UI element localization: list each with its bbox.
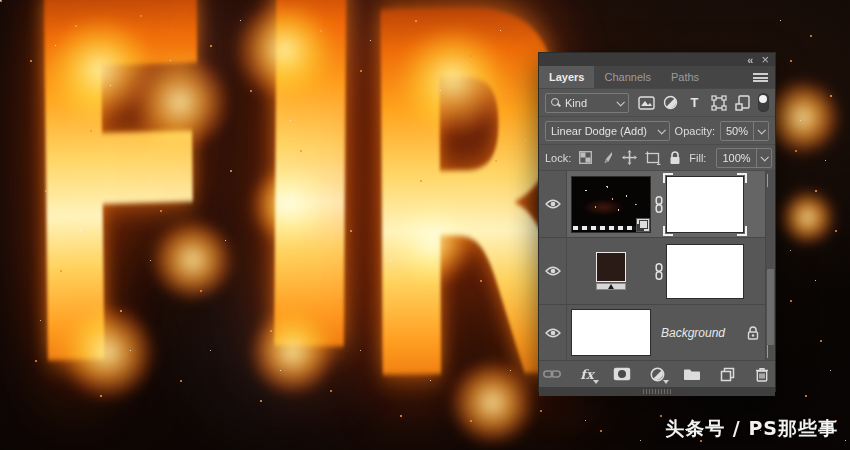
flame-blob xyxy=(250,310,335,395)
flame-blob xyxy=(450,360,535,445)
levels-slider-icon xyxy=(596,283,626,290)
blend-mode-row: Linear Dodge (Add) Opacity: 50% xyxy=(539,117,775,145)
close-icon[interactable]: × xyxy=(761,55,769,65)
lock-position-icon[interactable] xyxy=(622,150,637,166)
scrollbar-thumb[interactable] xyxy=(767,269,774,345)
lock-transparent-pixels-icon[interactable] xyxy=(579,150,592,166)
flame-blob xyxy=(235,0,335,100)
link-layers-icon[interactable] xyxy=(542,365,562,383)
dropdown-triangle-icon xyxy=(663,380,669,384)
flame-blob xyxy=(395,25,510,135)
background-lock-icon xyxy=(747,326,759,340)
mask-link-icon[interactable] xyxy=(651,196,666,213)
filter-shape-layers-icon[interactable] xyxy=(710,94,728,112)
flame-blob xyxy=(60,305,155,400)
filter-kind-dropdown[interactable]: Kind xyxy=(545,93,629,113)
chevron-down-icon xyxy=(760,153,768,161)
filter-type-icons: T xyxy=(635,93,769,112)
lock-artboard-nesting-icon[interactable] xyxy=(645,150,661,166)
fill-value-box[interactable]: 100% xyxy=(716,148,771,168)
tab-paths[interactable]: Paths xyxy=(661,66,709,88)
chevron-down-icon xyxy=(657,126,665,134)
scroll-down-arrow[interactable] xyxy=(767,345,768,357)
filter-kind-label: Kind xyxy=(565,97,612,109)
panel-menu-icon[interactable] xyxy=(753,73,768,82)
filter-smart-objects-icon[interactable] xyxy=(734,94,752,112)
eye-icon xyxy=(545,328,561,338)
visibility-toggle[interactable] xyxy=(539,238,567,304)
flame-blob xyxy=(390,200,475,285)
panel-bottom-bar: fx xyxy=(539,360,775,387)
mask-selection-corner xyxy=(663,226,673,236)
chevron-down-icon xyxy=(616,98,624,106)
panel-resize-grip[interactable] xyxy=(539,387,775,396)
fill-label: Fill: xyxy=(689,152,706,164)
visibility-toggle[interactable] xyxy=(539,171,567,237)
panel-tab-bar: Layers Channels Paths xyxy=(539,66,775,89)
filter-on-off-toggle[interactable] xyxy=(758,93,769,112)
filter-adjustment-layers-icon[interactable] xyxy=(661,94,679,112)
layer-mask-thumbnail-selected[interactable] xyxy=(666,176,744,233)
layer-filter-row: Kind T xyxy=(539,89,775,117)
watermark-text: 头条号 / PS那些事 xyxy=(665,416,838,442)
opacity-value[interactable]: 50% xyxy=(721,125,753,137)
eye-icon xyxy=(545,199,561,209)
tab-layers[interactable]: Layers xyxy=(539,66,594,88)
tab-channels[interactable]: Channels xyxy=(594,66,660,88)
filter-type-layers-icon[interactable]: T xyxy=(685,94,703,112)
layer-list: Background xyxy=(539,171,775,360)
lock-label: Lock: xyxy=(545,152,571,164)
smart-object-badge-icon xyxy=(636,218,650,232)
flame-blob xyxy=(250,165,330,245)
lock-row: Lock: Fill: 100% xyxy=(539,145,775,171)
mask-selection-corner xyxy=(663,173,673,183)
layer-row-levels-adjustment[interactable] xyxy=(539,238,775,305)
thumbnail-dashed-strip xyxy=(573,226,637,230)
flame-blob xyxy=(780,190,835,245)
lock-all-icon[interactable] xyxy=(669,150,681,166)
layer-thumbnail-sparks[interactable] xyxy=(571,176,651,233)
lock-image-pixels-icon[interactable] xyxy=(600,150,614,166)
mask-selection-corner xyxy=(737,173,747,183)
mask-link-icon[interactable] xyxy=(651,263,666,280)
new-layer-button[interactable] xyxy=(717,365,737,383)
eye-icon xyxy=(545,266,561,276)
search-icon xyxy=(551,98,560,107)
layer-mask-thumbnail[interactable] xyxy=(666,244,744,299)
blend-mode-dropdown[interactable]: Linear Dodge (Add) xyxy=(545,121,670,141)
visibility-toggle[interactable] xyxy=(539,305,567,360)
layer-list-scrollbar[interactable] xyxy=(765,171,775,360)
flame-blob xyxy=(765,80,840,155)
chevron-down-icon xyxy=(757,126,765,134)
opacity-value-box[interactable]: 50% xyxy=(720,121,769,141)
new-group-folder-button[interactable] xyxy=(682,365,702,383)
blend-mode-value: Linear Dodge (Add) xyxy=(551,125,653,137)
flame-blob xyxy=(150,220,235,300)
flame-blob xyxy=(130,55,230,150)
filter-pixel-layers-icon[interactable] xyxy=(637,94,655,112)
collapse-to-icons-icon[interactable]: « xyxy=(747,55,751,65)
layer-row-smart-object[interactable] xyxy=(539,171,775,238)
fill-value[interactable]: 100% xyxy=(717,152,755,164)
adjustment-layer-thumbnail-levels[interactable] xyxy=(596,252,626,290)
layer-name-background[interactable]: Background xyxy=(661,326,725,340)
add-adjustment-layer-button[interactable] xyxy=(647,365,667,383)
mask-selection-corner xyxy=(737,226,747,236)
background-layer-thumbnail[interactable] xyxy=(571,309,651,356)
delete-layer-trash-button[interactable] xyxy=(752,365,772,383)
layers-panel: « × Layers Channels Paths Kind T xyxy=(538,52,776,392)
opacity-label: Opacity: xyxy=(675,125,715,137)
panel-titlebar: « × xyxy=(539,53,775,66)
layer-style-fx-button[interactable]: fx xyxy=(577,365,597,383)
ember-sparks-small xyxy=(0,0,1,1)
photoshop-canvas: F I R « × Layers Channels Paths xyxy=(0,0,850,450)
layer-row-background[interactable]: Background xyxy=(539,305,775,360)
dropdown-triangle-icon xyxy=(593,380,599,384)
scroll-up-arrow[interactable] xyxy=(767,174,768,186)
add-layer-mask-button[interactable] xyxy=(612,365,632,383)
